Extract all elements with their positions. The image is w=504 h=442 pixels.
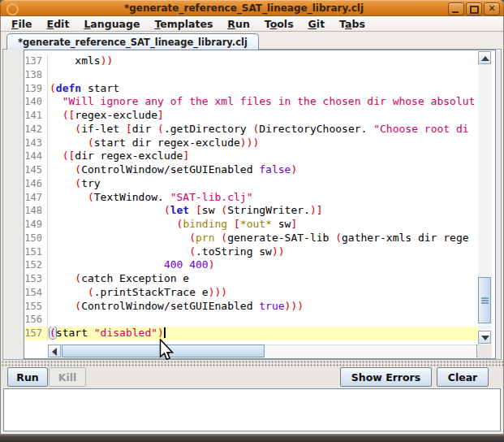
code-lines[interactable]: 137 xmls))138139(defn start140 "Will ign… [24,50,480,344]
line-number: 144 [24,150,47,163]
code-line-140[interactable]: 140 "Will ignore any of the xml files in… [24,95,480,109]
arrow-left-icon [52,348,57,356]
console-toolbar: Run Kill Show Errors Clear [1,366,503,388]
menu-tabs[interactable]: Tabs [332,17,373,31]
run-button[interactable]: Run [7,367,48,387]
tab-active-file[interactable]: *generate_reference_SAT_lineage_library.… [6,33,259,50]
minimize-icon [452,11,459,13]
menu-language[interactable]: Language [76,17,147,31]
menubar: FileEditLanguageTemplatesRunToolsGitTabs [1,16,503,32]
vertical-scroll-thumb[interactable] [478,277,491,323]
code-text [47,313,480,327]
code-line-155[interactable]: 155 (ControlWindow/setGUIEnabled true))) [24,300,480,314]
code-text: (ControlWindow/setGUIEnabled true))) [47,300,480,314]
code-text: (catch Exception e [47,272,480,286]
code-text: (if-let [dir (.getDirectory (DirectoryCh… [47,123,480,136]
code-line-151[interactable]: 151 (.toString sw)) [24,245,480,259]
code-text: (.toString sw)) [47,245,480,259]
line-number: 141 [24,109,47,123]
code-line-137[interactable]: 137 xmls)) [24,54,480,68]
line-number: 142 [24,123,47,136]
line-number: 137 [24,54,47,68]
code-text: ([regex-exclude] [47,109,480,123]
menu-file[interactable]: File [4,17,40,31]
titlebar[interactable]: *generate_reference_SAT_lineage_library.… [0,0,504,16]
split-divider[interactable] [1,360,503,366]
line-number: 154 [24,286,47,300]
line-number: 146 [24,177,47,191]
line-number: 143 [24,136,47,150]
code-text: "Will ignore any of the xml files in the… [47,95,480,109]
code-line-138[interactable]: 138 [24,68,480,82]
arrow-up-icon [481,56,489,61]
code-line-157[interactable]: 157(start "disabled") [24,327,480,340]
code-line-147[interactable]: 147 (TextWindow. "SAT-lib.clj" [24,191,480,205]
line-number: 149 [24,218,47,232]
text-caret [164,327,166,338]
line-number: 147 [24,191,47,205]
scroll-up-button[interactable] [478,51,491,64]
line-number: 155 [24,300,47,314]
maximize-button[interactable] [466,2,482,15]
menu-edit[interactable]: Edit [40,17,77,31]
code-line-143[interactable]: 143 (start dir regex-exclude))) [24,136,480,150]
clear-button[interactable]: Clear [437,367,489,387]
code-text: (defn start [47,82,480,96]
horizontal-scroll-thumb[interactable] [62,344,265,358]
menu-templates[interactable]: Templates [147,17,220,31]
arrow-down-icon [481,336,489,340]
minimize-button[interactable] [448,2,464,15]
code-line-146[interactable]: 146 (try [24,177,480,191]
line-number: 153 [24,272,47,286]
code-line-141[interactable]: 141 ([regex-exclude] [24,109,480,123]
app-window: *generate_reference_SAT_lineage_library.… [0,0,504,442]
line-number: 151 [24,245,47,259]
code-line-144[interactable]: 144 ([dir regex-exclude] [24,150,480,163]
code-line-149[interactable]: 149 (binding [*out* sw] [24,218,480,232]
code-text: (start dir regex-exclude))) [47,136,480,150]
kill-button[interactable]: Kill [49,367,86,387]
window-menu-icon[interactable] [6,3,19,15]
close-icon: ✕ [485,3,499,15]
code-line-154[interactable]: 154 (.printStackTrace e))) [24,286,480,300]
console-output[interactable] [3,388,501,431]
code-text: (binding [*out* sw] [47,218,480,232]
close-button[interactable]: ✕ [484,2,500,15]
line-number: 138 [24,68,47,82]
code-line-156[interactable]: 156 [24,313,480,327]
line-number: 157 [24,327,47,340]
scroll-down-button[interactable] [478,331,491,344]
vertical-scrollbar[interactable] [478,51,492,344]
code-line-148[interactable]: 148 (let [sw (StringWriter.)] [24,204,480,218]
horizontal-scrollbar[interactable] [48,344,489,358]
code-text: (ControlWindow/setGUIEnabled false) [47,163,480,177]
line-number: 145 [24,163,47,177]
window-controls: ✕ [448,2,500,15]
code-line-139[interactable]: 139(defn start [24,82,480,96]
code-text: (prn (generate-SAT-lib (gather-xmls dir … [47,232,480,245]
line-number: 139 [24,82,47,96]
code-text: (.printStackTrace e))) [47,286,480,300]
line-number: 150 [24,232,47,245]
code-line-150[interactable]: 150 (prn (generate-SAT-lib (gather-xmls … [24,232,480,245]
code-line-152[interactable]: 152 400 400) [24,258,480,272]
window-bottom-border [0,434,504,442]
show-errors-button[interactable]: Show Errors [340,367,432,387]
code-line-153[interactable]: 153 (catch Exception e [24,272,480,286]
tab-label: *generate_reference_SAT_lineage_library.… [18,37,248,48]
thumb-grip-icon [481,297,489,299]
code-scrollpane: 137 xmls))138139(defn start140 "Will ign… [24,50,496,359]
scrollbar-corner [478,344,492,358]
line-number: 152 [24,258,47,272]
code-line-145[interactable]: 145 (ControlWindow/setGUIEnabled false) [24,163,480,177]
menu-run[interactable]: Run [220,17,256,31]
code-line-142[interactable]: 142 (if-let [dir (.getDirectory (Directo… [24,123,480,136]
menu-tools[interactable]: Tools [257,17,301,31]
line-number: 156 [24,313,47,327]
scroll-left-button[interactable] [48,344,61,358]
line-number: 140 [24,95,47,109]
menu-git[interactable]: Git [301,17,333,31]
window-title: *generate_reference_SAT_lineage_library.… [49,0,439,16]
code-text [47,68,480,82]
code-text: xmls)) [47,54,480,68]
